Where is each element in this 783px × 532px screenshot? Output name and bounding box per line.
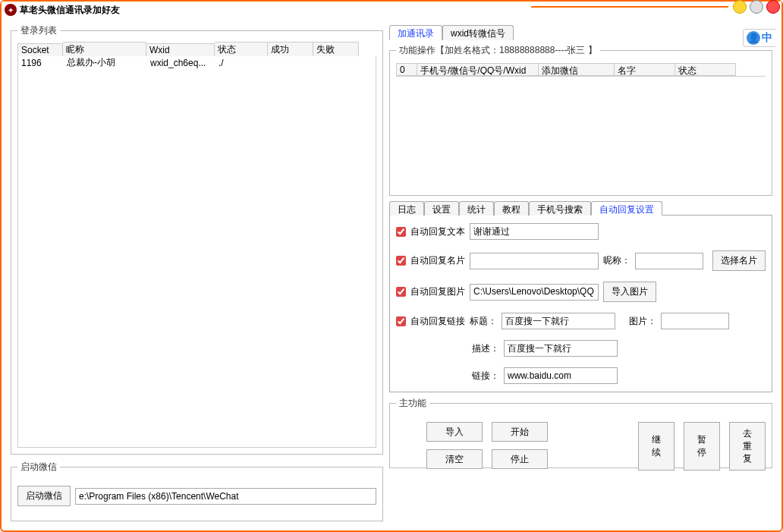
cell-wxid: wxid_ch6eq... — [147, 57, 215, 69]
link-title-input[interactable] — [502, 313, 615, 329]
autoreply-img-checkbox[interactable] — [396, 287, 406, 297]
link-img-input[interactable] — [661, 313, 729, 329]
link-url-label: 链接： — [472, 370, 499, 382]
window-title: 草老头微信通讯录加好友 — [20, 4, 120, 17]
cell-nick: 总裁办-小胡 — [64, 56, 147, 70]
autoreply-card-input[interactable] — [470, 253, 599, 269]
select-card-button[interactable]: 选择名片 — [712, 250, 766, 271]
tab-wxid-convert[interactable]: wxid转微信号 — [442, 25, 514, 40]
link-desc-input[interactable] — [504, 340, 618, 357]
col-nick[interactable]: 眤称 — [63, 42, 146, 58]
col-fail[interactable]: 失败 — [313, 42, 359, 58]
op-table-header: 0 手机号/微信号/QQ号/Wxid 添加微信 名字 状态 — [396, 63, 766, 76]
main-funcs-group: 主功能 导入 清空 开始 停止 继 续 暂 停 去 重 复 — [389, 397, 772, 468]
autoreply-img-input[interactable] — [470, 284, 599, 301]
cell-success — [269, 62, 314, 64]
continue-button[interactable]: 继 续 — [638, 422, 675, 471]
login-table-body[interactable]: 1196 总裁办-小胡 wxid_ch6eq... ./ — [17, 56, 376, 448]
col-status[interactable]: 状态 — [215, 42, 268, 58]
cell-fail — [314, 62, 360, 64]
nick-input[interactable] — [635, 253, 703, 269]
autoreply-panel: 自动回复文本 自动回复名片 昵称： 选择名片 自动回复图片 — [389, 216, 772, 392]
titlebar: ✦ 草老头微信通讯录加好友 — [2, 2, 781, 18]
import-button[interactable]: 导入 — [426, 422, 483, 442]
tab-contacts[interactable]: 加通讯录 — [389, 25, 442, 40]
login-list-legend: 登录列表 — [17, 24, 60, 37]
operation-legend: 功能操作【加姓名格式：18888888888----张三 】 — [396, 44, 600, 57]
sub-tabs: 日志 设置 统计 教程 手机号搜索 自动回复设置 — [389, 200, 772, 216]
op-col-name[interactable]: 名字 — [615, 63, 675, 76]
autoreply-link-label: 自动回复链接 — [410, 315, 465, 328]
tab-stats[interactable]: 统计 — [459, 201, 494, 216]
start-wechat-button[interactable]: 启动微信 — [17, 486, 71, 506]
autoreply-card-checkbox[interactable] — [396, 256, 406, 266]
maximize-button[interactable] — [750, 0, 763, 14]
start-wechat-legend: 启动微信 — [17, 461, 60, 474]
op-col-status[interactable]: 状态 — [675, 63, 736, 76]
nick-label: 昵称： — [603, 254, 630, 267]
link-title-label: 标题： — [470, 315, 497, 328]
close-button[interactable] — [766, 0, 780, 14]
col-wxid[interactable]: Wxid — [146, 43, 215, 57]
clear-button[interactable]: 清空 — [426, 449, 483, 469]
link-img-label: 图片： — [629, 315, 656, 328]
autoreply-link-checkbox[interactable] — [396, 316, 406, 326]
app-icon: ✦ — [5, 4, 17, 16]
op-table-body[interactable] — [396, 76, 766, 77]
link-url-input[interactable] — [504, 367, 618, 384]
op-col-idx[interactable]: 0 — [396, 63, 417, 76]
tab-autoreply[interactable]: 自动回复设置 — [591, 201, 662, 216]
login-list-group: 登录列表 Socket 眤称 Wxid 状态 成功 失败 1196 总裁办-小胡… — [11, 24, 383, 455]
pause-button[interactable]: 暂 停 — [684, 422, 720, 471]
tab-log[interactable]: 日志 — [389, 201, 424, 216]
cell-socket: 1196 — [18, 57, 64, 69]
autoreply-text-checkbox[interactable] — [396, 227, 406, 237]
op-col-add[interactable]: 添加微信 — [539, 63, 615, 76]
wechat-path-input[interactable] — [75, 488, 376, 505]
main-funcs-legend: 主功能 — [396, 397, 429, 410]
op-col-phone[interactable]: 手机号/微信号/QQ号/Wxid — [417, 63, 539, 76]
dedupe-button[interactable]: 去 重 复 — [729, 422, 766, 471]
col-success[interactable]: 成功 — [268, 42, 313, 58]
table-row[interactable]: 1196 总裁办-小胡 wxid_ch6eq... ./ — [18, 56, 376, 69]
start-wechat-group: 启动微信 启动微信 — [11, 461, 383, 521]
start-button[interactable]: 开始 — [492, 422, 548, 442]
import-img-button[interactable]: 导入图片 — [603, 282, 656, 302]
login-table-header: Socket 眤称 Wxid 状态 成功 失败 — [17, 43, 376, 56]
autoreply-text-input[interactable] — [470, 223, 599, 240]
autoreply-img-label: 自动回复图片 — [410, 285, 465, 298]
col-socket[interactable]: Socket — [17, 43, 63, 57]
tab-tutorial[interactable]: 教程 — [494, 201, 529, 216]
top-tabs: 加通讯录 wxid转微信号 — [389, 24, 772, 39]
link-desc-label: 描述： — [472, 342, 499, 355]
minimize-button[interactable] — [733, 0, 747, 14]
autoreply-text-label: 自动回复文本 — [410, 225, 465, 238]
tab-phone-search[interactable]: 手机号搜索 — [529, 201, 591, 216]
autoreply-card-label: 自动回复名片 — [410, 254, 465, 267]
tab-settings[interactable]: 设置 — [424, 201, 459, 216]
operation-group: 功能操作【加姓名格式：18888888888----张三 】 0 手机号/微信号… — [389, 44, 772, 196]
cell-status: ./ — [215, 57, 269, 69]
stop-button[interactable]: 停止 — [492, 449, 548, 469]
